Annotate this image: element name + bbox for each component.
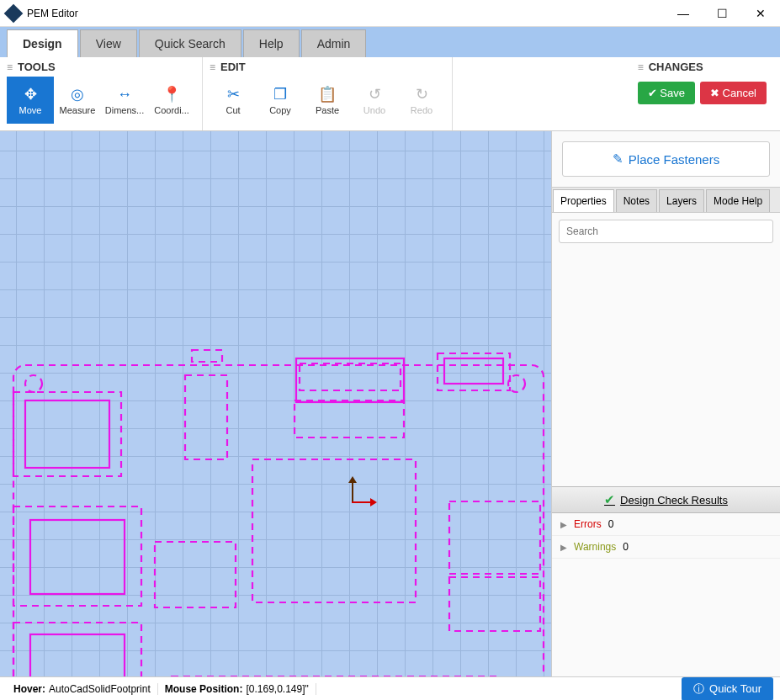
tab-admin[interactable]: Admin [301, 29, 367, 57]
svg-rect-2 [25, 400, 109, 468]
undo-icon: ↺ [369, 85, 381, 103]
coordinates-icon: 📍 [162, 85, 181, 103]
properties-body [552, 250, 780, 486]
place-fasteners-button[interactable]: ✎ Place Fasteners [562, 141, 770, 177]
copy-icon: ❐ [273, 85, 287, 103]
svg-rect-13 [13, 506, 141, 606]
tool-dimensions[interactable]: ↔Dimens... [101, 77, 148, 124]
tool-paste[interactable]: 📋Paste [304, 77, 351, 124]
measure-icon: ◎ [71, 85, 84, 103]
sidetab-notes[interactable]: Notes [616, 189, 657, 212]
svg-rect-17 [30, 634, 125, 676]
window-title: PEM Editor [27, 8, 664, 19]
errors-row[interactable]: ▶ Errors 0 [552, 513, 780, 536]
panel-edit: ≡EDIT ✂Cut ❐Copy 📋Paste ↺Undo ↻Redo [203, 57, 453, 130]
svg-rect-16 [13, 623, 141, 676]
design-check-header[interactable]: ✔ Design Check Results [552, 486, 780, 513]
move-icon: ✥ [24, 85, 37, 103]
statusbar: Hover: AutoCadSolidFootprint Mouse Posit… [0, 676, 780, 700]
svg-rect-12 [449, 577, 540, 631]
sidetab-properties[interactable]: Properties [553, 189, 614, 212]
side-tabs: Properties Notes Layers Mode Help [552, 187, 780, 213]
cut-icon: ✂ [227, 85, 240, 103]
save-button[interactable]: ✔ Save [638, 82, 695, 104]
redo-icon: ↻ [416, 85, 428, 103]
paste-icon: 📋 [318, 85, 337, 103]
x-icon: ✖ [710, 87, 719, 99]
app-icon [4, 3, 24, 23]
svg-rect-7 [294, 400, 404, 438]
expand-icon: ▶ [560, 543, 567, 552]
titlebar: PEM Editor — ☐ ✕ [0, 0, 780, 27]
window-buttons: — ☐ ✕ [664, 0, 780, 27]
right-sidebar: ✎ Place Fasteners Properties Notes Layer… [551, 131, 780, 676]
close-button[interactable]: ✕ [741, 0, 780, 27]
svg-rect-15 [155, 542, 236, 607]
cancel-button[interactable]: ✖ Cancel [700, 82, 767, 104]
tab-design[interactable]: Design [7, 29, 78, 57]
sidetab-layers[interactable]: Layers [659, 189, 704, 212]
warnings-row[interactable]: ▶ Warnings 0 [552, 536, 780, 559]
tool-cut[interactable]: ✂Cut [210, 77, 257, 124]
svg-rect-10 [252, 459, 416, 602]
status-mouse: Mouse Position: [0.169,0.149]" [158, 683, 316, 695]
search-input[interactable] [559, 220, 773, 243]
svg-rect-11 [449, 501, 540, 574]
wand-icon: ✎ [613, 151, 623, 167]
svg-rect-3 [192, 350, 222, 362]
panel-changes: ≡CHANGES ✔ Save ✖ Cancel [631, 57, 780, 130]
tab-quick-search[interactable]: Quick Search [139, 29, 241, 57]
tool-undo[interactable]: ↺Undo [351, 77, 398, 124]
minimize-button[interactable]: — [664, 0, 703, 27]
svg-rect-6 [300, 363, 401, 390]
toolbar: ≡TOOLS ✥Move ◎Measure ↔Dimens... 📍Coordi… [0, 57, 780, 131]
sidebar-spacer [552, 559, 780, 676]
tool-measure[interactable]: ◎Measure [54, 77, 101, 124]
main-tabs: Design View Quick Search Help Admin [0, 27, 780, 57]
sidetab-mode-help[interactable]: Mode Help [706, 189, 770, 212]
axis-x-icon [352, 501, 372, 503]
svg-rect-1 [13, 392, 121, 476]
panel-tools: ≡TOOLS ✥Move ◎Measure ↔Dimens... 📍Coordi… [0, 57, 203, 130]
maximize-button[interactable]: ☐ [703, 0, 741, 27]
pcb-drawing [0, 131, 551, 676]
axis-y-icon [352, 481, 353, 501]
expand-icon: ▶ [560, 520, 567, 529]
tool-move[interactable]: ✥Move [7, 77, 54, 124]
svg-rect-8 [444, 358, 503, 384]
workspace: ✎ Place Fasteners Properties Notes Layer… [0, 131, 780, 676]
panel-tools-title: TOOLS [18, 61, 56, 73]
panel-changes-title: CHANGES [649, 61, 703, 73]
svg-rect-4 [185, 375, 227, 459]
tool-coordinates[interactable]: 📍Coordi... [148, 77, 195, 124]
panel-edit-title: EDIT [220, 61, 246, 73]
check-icon: ✔ [648, 87, 657, 99]
tool-copy[interactable]: ❐Copy [257, 77, 304, 124]
canvas[interactable] [0, 131, 551, 676]
tool-redo[interactable]: ↻Redo [398, 77, 445, 124]
svg-point-19 [25, 375, 42, 392]
tab-help[interactable]: Help [243, 29, 300, 57]
check-ok-icon: ✔ [604, 492, 615, 507]
quick-tour-button[interactable]: ⓘ Quick Tour [682, 677, 773, 701]
status-hover: Hover: AutoCadSolidFootprint [7, 683, 158, 695]
tab-view[interactable]: View [80, 29, 137, 57]
info-icon: ⓘ [693, 681, 704, 697]
dimensions-icon: ↔ [117, 86, 132, 103]
svg-rect-14 [30, 520, 125, 594]
